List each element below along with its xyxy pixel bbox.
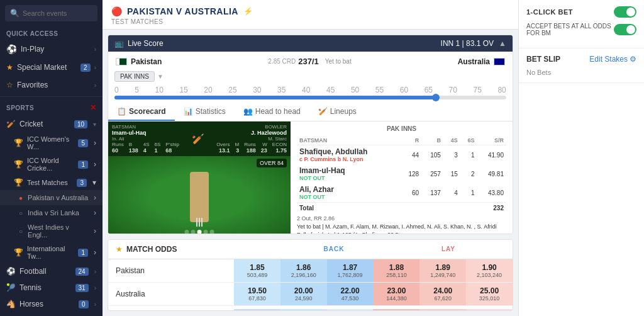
horses-label: Horses	[19, 300, 75, 308]
pak-aus-chevron: ›	[94, 193, 96, 202]
sidebar-item-special[interactable]: ★ Special Market 2 ›	[0, 59, 103, 76]
aus-back2-cell[interactable]: 20.00 24,590	[280, 283, 327, 305]
horse-icon: 🐴	[6, 300, 16, 308]
accept-bets-toggle[interactable]	[614, 24, 636, 35]
tab-head-to-head[interactable]: 👥 Head to head	[235, 103, 309, 121]
special-badge: 2	[80, 64, 91, 72]
progress-marker	[432, 94, 440, 101]
aus-back3-size: 67,830	[248, 295, 266, 302]
right-panel: 1-CLICK BET ACCEPT BETS AT ALL ODDS FOR …	[518, 0, 644, 316]
ind-sl-chevron: ›	[94, 208, 96, 217]
search-input[interactable]	[23, 9, 92, 17]
sidebar-match-pak-aus[interactable]: ● Pakistan v Australia ›	[0, 190, 103, 205]
pak-lay2-size: 1,249,740	[430, 272, 455, 278]
cricket-badge: 10	[74, 120, 87, 128]
one-click-bet-toggle[interactable]	[614, 6, 636, 18]
batsman-6s: 1	[155, 147, 161, 154]
pak-lay1-cell[interactable]: 1.88 258,110	[373, 259, 419, 282]
pak-back1-size: 1,762,809	[338, 272, 363, 278]
aus-lay3-val: 25.00	[480, 286, 499, 295]
edit-stakes-label: Edit Stakes	[589, 55, 628, 64]
ph-back3	[234, 309, 280, 311]
tab-scorecard[interactable]: 📋 Scorecard	[108, 103, 175, 121]
batsman-info: BATSMAN Imam-ul-Haq In. Ali Runs60 B138 …	[108, 121, 291, 156]
lay-label: LAY	[392, 245, 505, 252]
odds-label: 2.85 CRD	[268, 58, 296, 65]
test-matches-label: Test Matches	[27, 179, 73, 186]
cricket-animation-panel: BATSMAN Imam-ul-Haq In. Ali Runs60 B138 …	[108, 121, 291, 234]
overs-val: 13.1	[216, 147, 230, 154]
shafique-status: c P. Cummins b N. Lyon	[299, 156, 397, 162]
favorites-icon: ☆	[6, 81, 13, 89]
pak-back3-cell[interactable]: 1.85 503,489	[234, 259, 280, 282]
star-icon: ★	[6, 63, 13, 72]
pak-back1-cell[interactable]: 1.87 1,762,809	[327, 259, 374, 282]
tab-lineups[interactable]: 🏏 Lineups	[309, 103, 365, 121]
horses-chevron: ›	[94, 301, 96, 308]
sidebar-item-inplay[interactable]: ⚽ In-Play ›	[0, 40, 103, 59]
batsman-role-label: BATSMAN	[112, 124, 179, 130]
team-left-name: Pakistan	[131, 57, 162, 66]
live-score-title: Live Score	[128, 39, 164, 48]
w-val: 23	[261, 147, 267, 154]
sidebar-item-tennis[interactable]: 🎾 Tennis 31 ›	[0, 279, 103, 296]
trophy-icon: 🏆	[14, 138, 23, 147]
score-tabs: 📋 Scorecard 📊 Statistics 👥 Head to head …	[108, 103, 513, 121]
test-matches-chevron: ▾	[92, 178, 96, 187]
sidebar-item-football[interactable]: ⚽ Football 24 ›	[0, 263, 103, 279]
pak-lay2-val: 1.89	[436, 263, 450, 272]
icc-women-badge: 5	[78, 139, 88, 147]
innings-btn[interactable]: PAK INNS	[114, 71, 155, 82]
sidebar-item-horses[interactable]: 🐴 Horses 0 ›	[0, 296, 103, 312]
pak-back2-cell[interactable]: 1.86 2,196,160	[280, 259, 327, 282]
pak-back3-size: 503,489	[247, 272, 268, 278]
batsman-azhar: Ali, Azhar	[299, 185, 397, 194]
team-right-name: Australia	[458, 57, 490, 66]
sidebar: 🔍 QUICK ACCESS ⚽ In-Play › ★ Special Mar…	[0, 0, 103, 316]
yet-to-bat-text: Yet to bat | M. Azam, F. Alam, M. Rizwan…	[297, 223, 506, 230]
aus-back1-val: 22.00	[341, 286, 360, 295]
m-starc-label: M. Starc	[216, 136, 287, 142]
live-score-close-btn[interactable]: ▲	[499, 39, 506, 48]
odds-header: ★ MATCH ODDS BACK LAY	[108, 240, 513, 259]
sports-close-btn[interactable]: ✕	[90, 103, 96, 112]
pak-back2-size: 2,196,160	[291, 272, 316, 278]
edit-stakes-btn[interactable]: Edit Stakes ⚙	[589, 55, 636, 64]
sidebar-favorites-label: Favorites	[17, 81, 91, 89]
sidebar-match-ind-sl[interactable]: ○ India v Sri Lanka ›	[0, 205, 103, 220]
shafique-r: 44	[399, 145, 421, 165]
imam-6s: 2	[460, 164, 477, 183]
batsman-imam: Imam-ul-Haq	[299, 166, 397, 175]
batsman-b: 138	[129, 147, 138, 154]
aus-back3-cell[interactable]: 19.50 67,830	[234, 283, 280, 305]
progress-fill	[114, 96, 436, 99]
main-header: 🔴 PAKISTAN V AUSTRALIA ⚡ TEST MATCHES	[103, 0, 518, 30]
over-badge: OVER 84	[257, 159, 287, 167]
sidebar-item-favorites[interactable]: ☆ Favorites ›	[0, 76, 103, 94]
search-bar[interactable]: 🔍	[5, 5, 97, 21]
helmet-icon: 🏏	[192, 133, 204, 145]
imam-sr: 49.81	[477, 164, 506, 183]
sidebar-sub-intl-tw[interactable]: 🏆 International Tw... 1 ›	[0, 242, 103, 263]
aus-back1-cell[interactable]: 22.00 47,530	[327, 283, 374, 305]
sidebar-sub-icc-women[interactable]: 🏆 ICC Women's W... 5 ›	[0, 132, 103, 154]
sidebar-item-cricket[interactable]: 🏏 Cricket 10 ▾	[0, 116, 103, 132]
icc-world-badge: 1	[78, 161, 88, 169]
aus-lay1-cell[interactable]: 23.00 144,380	[373, 283, 419, 305]
aus-lay2-cell[interactable]: 24.00 67,620	[419, 283, 466, 305]
pak-lay3-val: 1.90	[482, 263, 496, 272]
ph-back2	[280, 309, 327, 311]
pak-lay3-cell[interactable]: 1.90 2,103,240	[466, 259, 513, 282]
tennis-badge: 31	[75, 284, 89, 292]
ball-dots	[185, 230, 214, 234]
cricket-ball-icon: 🏏	[6, 120, 16, 128]
pak-lay2-cell[interactable]: 1.89 1,249,740	[419, 259, 466, 282]
tab-statistics[interactable]: 📊 Statistics	[175, 103, 235, 121]
aus-lay3-cell[interactable]: 25.00 325,010	[466, 283, 513, 305]
sidebar-sub-test-matches[interactable]: 🏆 Test Matches 3 ▾	[0, 175, 103, 190]
sidebar-sub-icc-world[interactable]: 🏆 ICC World Cricke... 1 ›	[0, 154, 103, 175]
lineups-icon: 🏏	[318, 107, 328, 116]
sidebar-match-wi-eng[interactable]: ○ West Indies v Engl... ›	[0, 220, 103, 242]
settings-icon: ⚙	[630, 55, 636, 64]
scorecard-icon: 📋	[117, 107, 126, 116]
